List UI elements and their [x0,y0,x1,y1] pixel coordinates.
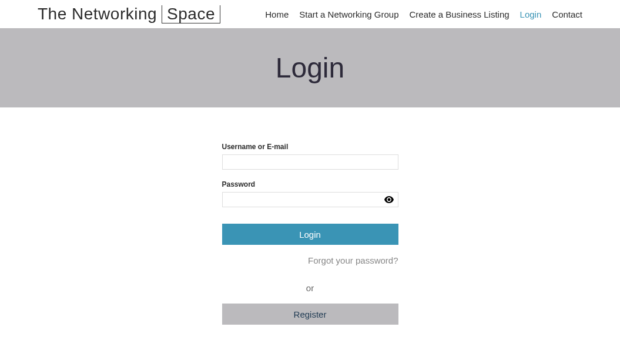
page-title: Login [276,52,344,84]
logo-prefix: The Networking [38,5,157,23]
password-group: Password [222,180,398,207]
password-label: Password [222,180,398,188]
password-input-wrap [222,192,398,207]
username-label: Username or E-mail [222,143,398,151]
username-input-wrap [222,154,398,170]
header: The Networking Space Home Start a Networ… [0,0,620,28]
nav-login[interactable]: Login [520,9,542,19]
username-group: Username or E-mail [222,143,398,170]
register-button[interactable]: Register [222,304,398,325]
password-field[interactable] [222,192,398,207]
forgot-password-link[interactable]: Forgot your password? [222,255,398,265]
login-form: Username or E-mail Password Login Forgot… [222,143,398,325]
username-field[interactable] [222,154,398,170]
logo-suffix: Space [162,5,220,24]
nav-home[interactable]: Home [265,9,289,19]
eye-icon[interactable] [384,196,394,203]
nav-contact[interactable]: Contact [552,9,582,19]
main-nav: Home Start a Networking Group Create a B… [265,9,582,19]
or-divider: or [222,283,398,293]
login-button[interactable]: Login [222,224,398,245]
site-logo[interactable]: The Networking Space [38,5,220,24]
nav-create-listing[interactable]: Create a Business Listing [410,9,510,19]
page-header: Login [0,28,620,107]
nav-start-group[interactable]: Start a Networking Group [299,9,398,19]
